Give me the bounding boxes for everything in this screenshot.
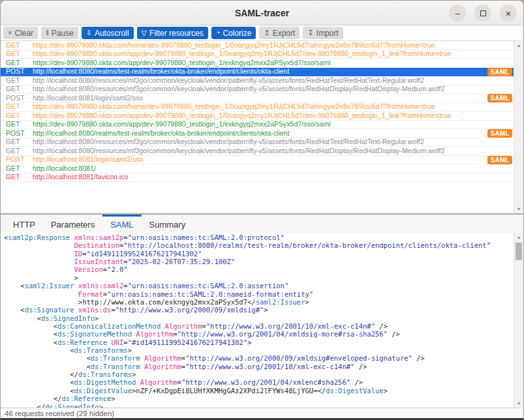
export-icon: ↥	[264, 29, 270, 37]
request-row[interactable]: GEThttps://dev-99079880.okta.com/home/de…	[1, 41, 523, 50]
request-method: GET	[1, 147, 33, 155]
saml-badge: SAML	[487, 94, 512, 102]
minimize-icon: –	[455, 9, 459, 18]
request-method: POST	[1, 155, 33, 164]
request-row[interactable]: GEThttp://localhost:8080/resources/mf3go…	[1, 85, 523, 95]
request-url: http://localhost:8081/login/saml2/sso	[33, 94, 482, 102]
request-url: http://localhost:8080/resources/mf3go/co…	[33, 147, 482, 155]
status-bar: 46 requests received (29 hidden)	[1, 408, 523, 418]
saml-badge: SAML	[487, 156, 512, 164]
request-list: GEThttps://dev-99079880.okta.com/home/de…	[1, 41, 523, 213]
maximize-button[interactable]	[474, 5, 491, 22]
request-method: GET	[1, 120, 33, 128]
request-url: http://localhost:8080/resources/mf3go/co…	[33, 76, 482, 85]
filter-icon: ▽	[142, 29, 147, 37]
scroll-up-icon[interactable]: ▲	[514, 43, 523, 48]
request-row[interactable]: GEThttps://dev-99079880.okta.com/app/dev…	[1, 112, 523, 121]
autoscroll-icon: ⇩	[86, 29, 92, 37]
xml-scrollbar[interactable]: ▲ ▼	[514, 233, 523, 408]
request-row[interactable]: POSThttp://localhost:8081/login/saml2/ss…	[1, 156, 523, 165]
xml-line: <ds:SignatureMethod Algorithm="http://ww…	[4, 330, 514, 338]
window-title: SAML-tracer	[235, 8, 289, 18]
request-row[interactable]: GEThttp://localhost:8081/favicon.ico	[1, 173, 523, 183]
scroll-down-icon[interactable]: ▼	[514, 401, 523, 406]
button-label: Clear	[14, 29, 33, 38]
button-label: Export	[273, 29, 296, 38]
xml-line: IssueInstant="2025-02-26T07:35:29.100Z"	[4, 258, 514, 265]
close-icon: ×	[506, 8, 512, 18]
request-row[interactable]: GEThttp://localhost:8080/resources/mf3go…	[1, 138, 523, 147]
request-row[interactable]: GEThttp://localhost:8080/resources/mf3go…	[1, 147, 523, 156]
xml-line: Version="2.0"	[4, 265, 514, 273]
request-method: GET	[1, 50, 33, 58]
tab-saml[interactable]: SAML	[102, 215, 141, 233]
autoscroll-button[interactable]: ⇩Autoscroll	[82, 27, 134, 39]
colorize-button[interactable]: ◔Colorize	[211, 27, 256, 39]
clear-icon: ×	[8, 29, 12, 37]
button-label: Filter resources	[149, 29, 204, 38]
tab-parameters[interactable]: Parameters	[43, 215, 102, 233]
request-url: https://dev-99079880.okta.com/home/dev-9…	[33, 102, 482, 111]
request-row[interactable]: GEThttps://dev-99079880.okta.com/app/dev…	[1, 121, 523, 130]
clear-button[interactable]: ×Clear	[3, 27, 38, 39]
request-row[interactable]: GEThttps://dev-99079880.okta.com/app/dev…	[1, 59, 523, 68]
request-method: POST	[1, 94, 33, 102]
detail-tabstrip: HTTPParametersSAMLSummary	[1, 213, 523, 233]
saml-badge: SAML	[487, 68, 512, 76]
request-url: http://localhost:8080/realms/test-realm/…	[33, 129, 482, 138]
request-list-scrollbar[interactable]: ▲ ▼	[514, 41, 523, 213]
xml-line: <ds:CanonicalizationMethod Algorithm="ht…	[4, 322, 514, 330]
tab-summary[interactable]: Summary	[142, 215, 194, 233]
request-row[interactable]: GEThttp://localhost:8081/	[1, 164, 523, 173]
request-url: http://localhost:8081/favicon.ico	[33, 173, 482, 181]
request-url: https://dev-99079880.okta.com/app/dev-99…	[33, 112, 482, 120]
request-method: GET	[1, 41, 33, 50]
request-method: GET	[1, 102, 33, 111]
request-url: https://dev-99079880.okta.com/app/dev-99…	[33, 59, 482, 67]
tab-http[interactable]: HTTP	[5, 215, 43, 233]
button-label: Import	[316, 29, 339, 38]
close-button[interactable]: ×	[500, 5, 517, 22]
request-method: POST	[1, 129, 33, 138]
pause-icon: ‖	[46, 29, 49, 37]
request-url: http://localhost:8080/resources/mf3go/co…	[33, 138, 482, 146]
pause-button[interactable]: ‖Pause	[41, 27, 78, 39]
xml-line: >http://www.okta.com/exkngyq2mxx2aPSyx5d…	[4, 298, 514, 306]
request-row[interactable]: GEThttps://dev-99079880.okta.com/app/dev…	[1, 50, 523, 59]
request-url: https://dev-99079880.okta.com/app/dev-99…	[33, 120, 482, 128]
request-row[interactable]: POSThttp://localhost:8080/realms/test-re…	[1, 68, 523, 77]
xml-line: Destination="http://localhost:8080/realm…	[4, 241, 514, 249]
filter-resources-button[interactable]: ▽Filter resources	[137, 27, 208, 39]
request-row[interactable]: GEThttps://dev-99079880.okta.com/home/de…	[1, 103, 523, 112]
window-controls: – ×	[449, 5, 517, 22]
request-method: GET	[1, 85, 33, 93]
request-url: https://dev-99079880.okta.com/app/dev-99…	[33, 50, 482, 58]
colorize-icon: ◔	[216, 29, 221, 37]
xml-line: <ds:SignedInfo>	[4, 314, 514, 322]
xml-line: <ds:Signature xmlns:ds="http://www.w3.or…	[4, 306, 514, 314]
request-method: GET	[1, 112, 33, 120]
request-method: GET	[1, 164, 33, 173]
export-button[interactable]: ↥Export	[259, 27, 300, 39]
request-url: http://localhost:8081/	[33, 164, 482, 173]
xml-line: <ds:Transform Algorithm="http://www.w3.o…	[4, 354, 514, 362]
titlebar[interactable]: SAML-tracer – ×	[1, 1, 523, 25]
saml-badge: SAML	[487, 129, 512, 138]
request-row[interactable]: POSThttp://localhost:8080/realms/test-re…	[1, 129, 523, 138]
minimize-button[interactable]: –	[449, 5, 466, 22]
import-button[interactable]: ↧Import	[303, 27, 343, 39]
xml-scrollbar-thumb[interactable]	[516, 243, 522, 260]
request-method: GET	[1, 59, 33, 67]
request-row[interactable]: POSThttp://localhost:8081/login/saml2/ss…	[1, 94, 523, 103]
request-method: GET	[1, 138, 33, 146]
scroll-down-icon[interactable]: ▼	[514, 207, 523, 211]
scroll-up-icon[interactable]: ▲	[514, 235, 523, 239]
xml-line: <ds:DigestMethod Algorithm="http://www.w…	[4, 378, 514, 386]
xml-line: <ds:Transforms>	[4, 346, 514, 354]
xml-line: </ds:SignedInfo>	[4, 403, 514, 408]
saml-xml-panel: <saml2p:Response xmlns:saml2p="urn:oasis…	[1, 233, 523, 408]
xml-line: <ds:Reference URI="#id149111995241676217…	[4, 338, 514, 346]
maximize-icon	[480, 10, 486, 16]
xml-line: <saml2p:Response xmlns:saml2p="urn:oasis…	[4, 233, 514, 241]
request-row[interactable]: GEThttp://localhost:8080/resources/mf3go…	[1, 76, 523, 85]
